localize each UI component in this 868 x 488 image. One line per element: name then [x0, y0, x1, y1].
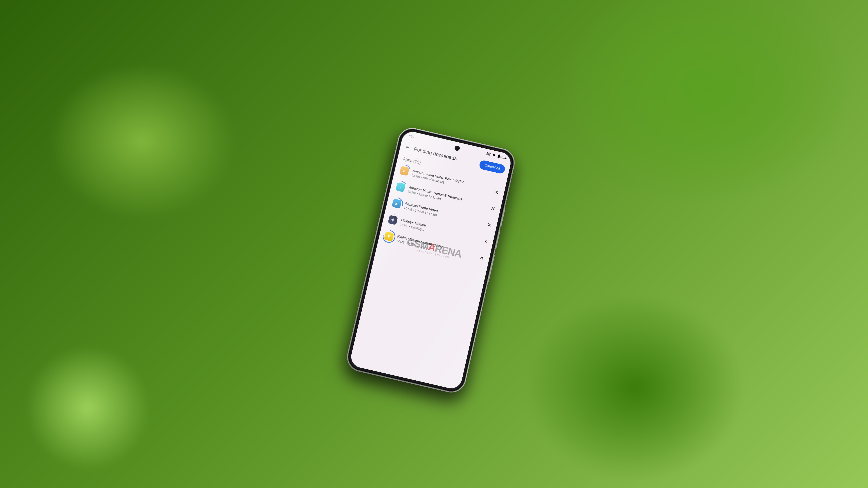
cancel-download-button[interactable]	[482, 238, 489, 245]
cancel-download-button[interactable]	[493, 189, 500, 196]
screen: 7:29 5.12 MB/s 91%	[349, 130, 513, 391]
svg-rect-0	[498, 155, 500, 158]
app-icon-wrap: ▸	[391, 198, 403, 210]
app-icon-wrap: a	[398, 165, 410, 177]
cancel-download-button[interactable]	[486, 221, 493, 228]
back-button[interactable]	[404, 144, 411, 151]
network-speed: 5.12 MB/s	[486, 152, 491, 156]
app-icon-wrap: ♪	[395, 181, 407, 193]
phone: 7:29 5.12 MB/s 91%	[345, 126, 517, 394]
volume-up-button[interactable]	[500, 207, 505, 226]
wifi-icon	[492, 153, 496, 157]
cancel-download-button[interactable]	[478, 254, 485, 262]
app-icon-wrap: F	[383, 230, 395, 242]
volume-down-button[interactable]	[495, 230, 500, 249]
cancel-download-button[interactable]	[490, 205, 497, 212]
app-icon-wrap: ✦	[387, 214, 399, 226]
